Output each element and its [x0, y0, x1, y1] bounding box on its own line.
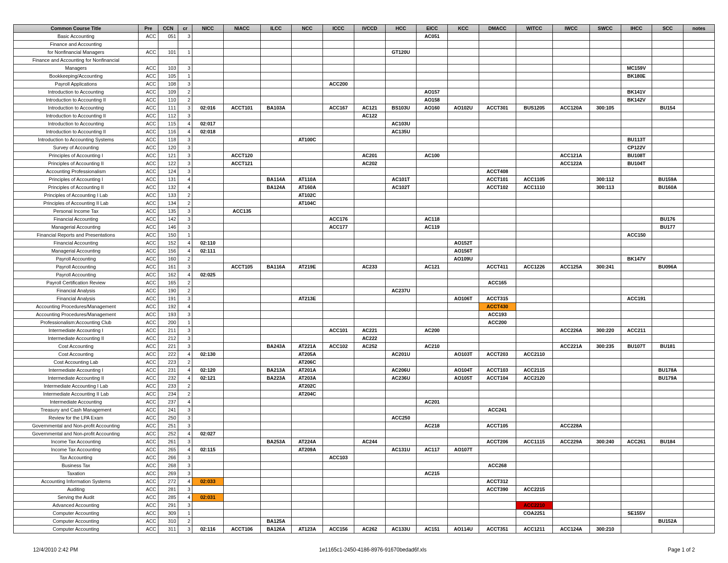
- code-cell: [683, 478, 715, 486]
- code-cell: [417, 247, 448, 255]
- course-title-cell: Financial Analysis: [14, 295, 139, 303]
- code-cell: [553, 351, 590, 359]
- code-cell: AT204C: [292, 390, 323, 398]
- code-cell: [621, 112, 652, 120]
- footer-filename: 1e1165c1-2450-4186-8976-91670bedad6f.xls: [319, 547, 427, 553]
- cr-cell: 4: [178, 374, 192, 382]
- code-cell: [292, 72, 323, 80]
- code-cell: [224, 120, 261, 128]
- code-cell: [683, 311, 715, 319]
- code-cell: [323, 510, 354, 518]
- code-cell: [589, 494, 621, 502]
- code-cell: [323, 478, 354, 486]
- code-cell: ACC165: [479, 279, 516, 287]
- code-cell: [260, 287, 292, 295]
- code-cell: [683, 398, 715, 406]
- ccn-cell: 231: [158, 367, 178, 374]
- cr-cell: 4: [178, 303, 192, 311]
- course-title-cell: Principles of Accounting II: [14, 160, 139, 168]
- code-cell: [354, 382, 385, 390]
- code-cell: [553, 303, 590, 311]
- cr-cell: 3: [178, 438, 192, 446]
- course-title-cell: Cost Accounting: [14, 343, 139, 351]
- code-cell: BA243A: [260, 343, 292, 351]
- code-cell: AO114U: [448, 525, 479, 533]
- cr-cell: 4: [178, 351, 192, 359]
- code-cell: ACC125A: [553, 263, 590, 271]
- course-title-cell: Intermediate Accounting: [14, 398, 139, 406]
- cr-cell: 3: [178, 168, 192, 176]
- code-cell: [192, 41, 224, 49]
- code-cell: AT221A: [292, 343, 323, 351]
- table-row: Accounting ProfessionalismACC1243ACCT408: [14, 168, 715, 176]
- code-cell: [260, 327, 292, 335]
- code-cell: AT102C: [292, 192, 323, 200]
- col-header: ILCC: [260, 25, 292, 33]
- pre-cell: ACC: [139, 255, 158, 263]
- code-cell: [224, 303, 261, 311]
- ccn-cell: 108: [158, 80, 178, 88]
- code-cell: [553, 398, 590, 406]
- code-cell: [553, 367, 590, 374]
- code-cell: [621, 494, 652, 502]
- code-cell: [260, 311, 292, 319]
- code-cell: [192, 208, 224, 215]
- code-cell: [652, 152, 683, 160]
- code-cell: [354, 359, 385, 367]
- code-cell: [479, 192, 516, 200]
- cr-cell: 3: [178, 295, 192, 303]
- code-cell: ACCT430: [479, 303, 516, 311]
- pre-cell: ACC: [139, 88, 158, 96]
- code-cell: [224, 57, 261, 64]
- code-cell: [652, 398, 683, 406]
- code-cell: AO106T: [448, 295, 479, 303]
- table-row: Accounting Procedures/ManagementACC1924A…: [14, 303, 715, 311]
- table-row: Finance and Accounting: [14, 41, 715, 49]
- code-cell: [260, 462, 292, 470]
- code-cell: [385, 454, 417, 462]
- code-cell: AT203A: [292, 374, 323, 382]
- code-cell: [323, 382, 354, 390]
- code-cell: [385, 382, 417, 390]
- course-title-cell: Intermediate Accounting II: [14, 374, 139, 382]
- code-cell: [354, 518, 385, 525]
- code-cell: [417, 57, 448, 64]
- cr-cell: 4: [178, 120, 192, 128]
- code-cell: [553, 223, 590, 231]
- code-cell: [354, 128, 385, 136]
- code-cell: [553, 478, 590, 486]
- code-cell: [192, 263, 224, 271]
- code-cell: GT120U: [385, 49, 417, 57]
- pre-cell: ACC: [139, 374, 158, 382]
- code-cell: AC237U: [385, 287, 417, 295]
- code-cell: ACC2110: [516, 351, 553, 359]
- code-cell: [417, 454, 448, 462]
- code-cell: [323, 367, 354, 374]
- code-cell: BU113T: [621, 136, 652, 144]
- code-cell: [621, 454, 652, 462]
- table-row: Introduction to AccountingACC1092AO157BK…: [14, 88, 715, 96]
- code-cell: [448, 359, 479, 367]
- code-cell: [224, 80, 261, 88]
- ccn-cell: 152: [158, 239, 178, 247]
- code-cell: [589, 255, 621, 263]
- table-row: Review for the LPA ExamACC2503ACC250: [14, 414, 715, 422]
- code-cell: [448, 96, 479, 104]
- table-body: Basic AccountingACC0513AC051Finance and …: [14, 33, 715, 533]
- code-cell: [448, 120, 479, 128]
- cr-cell: 4: [178, 446, 192, 454]
- course-title-cell: for Nonfinancial Managers: [14, 49, 139, 57]
- code-cell: [354, 295, 385, 303]
- code-cell: [385, 462, 417, 470]
- cr-cell: 3: [178, 136, 192, 144]
- col-header: IVCCD: [354, 25, 385, 33]
- code-cell: ACC200: [479, 319, 516, 327]
- code-cell: [192, 398, 224, 406]
- table-row: Payroll AccountingACC162402:025: [14, 271, 715, 279]
- code-cell: ACCT206: [479, 438, 516, 446]
- code-cell: [553, 57, 590, 64]
- code-cell: MC159V: [621, 64, 652, 72]
- code-cell: [292, 478, 323, 486]
- cr-cell: 2: [178, 390, 192, 398]
- code-cell: [652, 128, 683, 136]
